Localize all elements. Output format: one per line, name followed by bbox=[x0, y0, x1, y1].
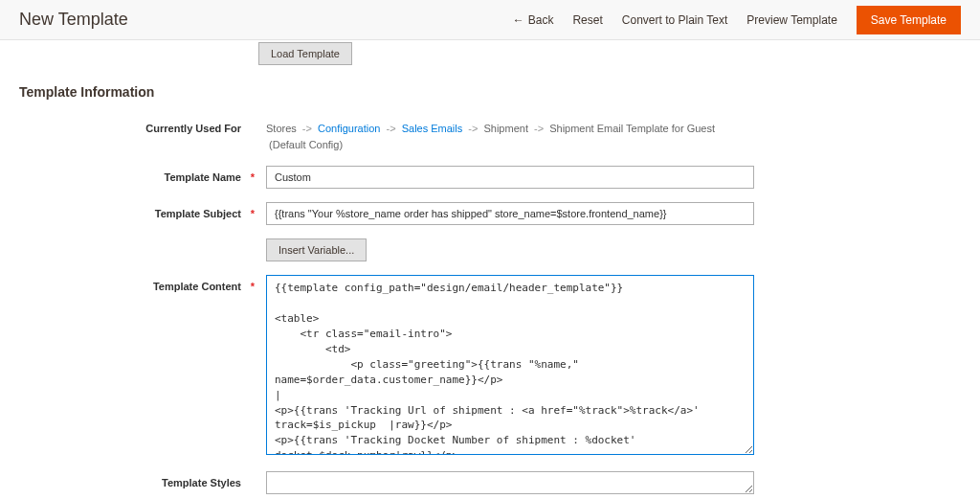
row-insert-variable: Insert Variable... bbox=[19, 238, 961, 261]
preview-template-button[interactable]: Preview Template bbox=[746, 13, 837, 27]
breadcrumb-stores: Stores bbox=[266, 123, 297, 134]
breadcrumb-template: Shipment Email Template for Guest bbox=[549, 123, 715, 134]
back-label: Back bbox=[528, 13, 554, 27]
breadcrumb-shipment: Shipment bbox=[483, 123, 527, 134]
breadcrumb-sales-emails[interactable]: Sales Emails bbox=[402, 123, 463, 134]
label-used-for: Currently Used For bbox=[19, 117, 266, 134]
breadcrumb-sep: -> bbox=[302, 123, 312, 134]
page-header: New Template ← Back Reset Convert to Pla… bbox=[0, 0, 980, 40]
row-template-styles: Template Styles bbox=[19, 471, 961, 497]
convert-plain-text-button[interactable]: Convert to Plain Text bbox=[622, 13, 728, 27]
content-area: Load Template Template Information Curre… bbox=[0, 40, 980, 499]
save-template-button[interactable]: Save Template bbox=[857, 6, 961, 34]
row-template-content: Template Content {{template config_path=… bbox=[19, 275, 961, 458]
label-spacer bbox=[19, 238, 266, 244]
row-used-for: Currently Used For Stores -> Configurati… bbox=[19, 117, 961, 152]
label-template-name: Template Name bbox=[19, 166, 266, 183]
label-template-styles: Template Styles bbox=[19, 471, 266, 488]
row-template-subject: Template Subject bbox=[19, 202, 961, 225]
template-subject-input[interactable] bbox=[266, 202, 754, 225]
page-title: New Template bbox=[19, 10, 513, 30]
breadcrumb-sep: -> bbox=[534, 123, 544, 134]
load-template-button[interactable]: Load Template bbox=[258, 42, 352, 65]
insert-variable-button[interactable]: Insert Variable... bbox=[266, 238, 367, 261]
section-title: Template Information bbox=[19, 84, 961, 100]
breadcrumb-configuration[interactable]: Configuration bbox=[318, 123, 380, 134]
breadcrumb-scope: (Default Config) bbox=[269, 139, 343, 150]
label-template-content: Template Content bbox=[19, 275, 266, 292]
breadcrumb-sep: -> bbox=[387, 123, 396, 134]
back-arrow-icon: ← bbox=[513, 13, 524, 27]
row-template-name: Template Name bbox=[19, 166, 961, 189]
header-actions: ← Back Reset Convert to Plain Text Previ… bbox=[513, 6, 961, 34]
breadcrumb: Stores -> Configuration -> Sales Emails … bbox=[266, 117, 754, 152]
breadcrumb-sep: -> bbox=[468, 123, 478, 134]
reset-button[interactable]: Reset bbox=[572, 13, 602, 27]
template-content-textarea[interactable]: {{template config_path="design/email/hea… bbox=[266, 275, 754, 455]
template-name-input[interactable] bbox=[266, 166, 754, 189]
back-button[interactable]: ← Back bbox=[513, 13, 554, 27]
load-template-row: Load Template bbox=[258, 42, 961, 65]
template-styles-textarea[interactable] bbox=[266, 471, 754, 494]
label-template-subject: Template Subject bbox=[19, 202, 266, 219]
